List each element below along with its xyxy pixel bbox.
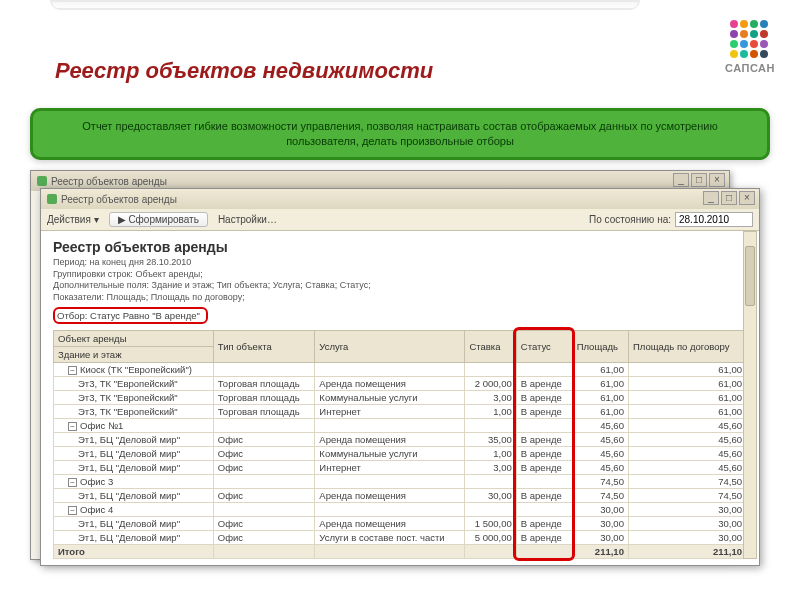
maximize-button[interactable]: □ bbox=[721, 191, 737, 205]
report-heading: Реестр объектов аренды bbox=[53, 239, 747, 255]
vertical-scrollbar[interactable] bbox=[743, 231, 757, 559]
report-indicators: Показатели: Площадь; Площадь по договору… bbox=[53, 292, 747, 304]
table-row[interactable]: Эт3, ТК "Европейский"Торговая площадьКом… bbox=[54, 390, 747, 404]
generate-button[interactable]: ▶ Сформировать bbox=[109, 212, 208, 227]
filter-value: Статус Равно "В аренде" bbox=[90, 310, 200, 321]
table-row[interactable]: Эт1, БЦ "Деловой мир"ОфисАренда помещени… bbox=[54, 488, 747, 502]
report-extra-fields: Дополнительные поля: Здание и этаж; Тип … bbox=[53, 280, 747, 292]
table-row[interactable]: −Офис 430,0030,00 bbox=[54, 502, 747, 516]
table-row[interactable]: Эт1, БЦ "Деловой мир"ОфисАренда помещени… bbox=[54, 432, 747, 446]
col-area[interactable]: Площадь bbox=[572, 330, 628, 362]
filter-label: Отбор: bbox=[57, 310, 87, 321]
report-grid: Объект аренды Тип объекта Услуга Ставка … bbox=[53, 330, 747, 559]
col-status[interactable]: Статус bbox=[516, 330, 572, 362]
table-row[interactable]: −Офис №145,6045,60 bbox=[54, 418, 747, 432]
filter-highlight: Отбор: Статус Равно "В аренде" bbox=[53, 307, 208, 324]
window-title: Реестр объектов аренды bbox=[61, 194, 177, 205]
table-row[interactable]: Эт3, ТК "Европейский"Торговая площадьИнт… bbox=[54, 404, 747, 418]
date-label: По состоянию на: bbox=[589, 214, 671, 225]
scrollbar-thumb[interactable] bbox=[745, 246, 755, 306]
app-icon bbox=[37, 176, 47, 186]
close-button[interactable]: × bbox=[709, 173, 725, 187]
col-object[interactable]: Объект аренды bbox=[54, 330, 214, 346]
table-row[interactable]: Эт1, БЦ "Деловой мир"ОфисУслуги в состав… bbox=[54, 530, 747, 544]
tree-toggle[interactable]: − bbox=[68, 366, 77, 375]
maximize-button[interactable]: □ bbox=[691, 173, 707, 187]
slide-title: Реестр объектов недвижимости bbox=[55, 58, 433, 84]
actions-menu[interactable]: Действия ▾ bbox=[47, 214, 99, 225]
toolbar: Действия ▾ ▶ Сформировать Настройки… По … bbox=[41, 209, 759, 231]
tree-toggle[interactable]: − bbox=[68, 478, 77, 487]
brand-name: САПСАН bbox=[725, 62, 775, 74]
minimize-button[interactable]: _ bbox=[673, 173, 689, 187]
bg-window-title: Реестр объектов аренды bbox=[51, 176, 167, 187]
tree-toggle[interactable]: − bbox=[68, 422, 77, 431]
minimize-button[interactable]: _ bbox=[703, 191, 719, 205]
tree-toggle[interactable]: − bbox=[68, 506, 77, 515]
close-button[interactable]: × bbox=[739, 191, 755, 205]
table-row[interactable]: Эт1, БЦ "Деловой мир"ОфисИнтернет3,00В а… bbox=[54, 460, 747, 474]
table-row[interactable]: Итого211,10211,10 bbox=[54, 544, 747, 558]
foreground-window: Реестр объектов аренды _ □ × Действия ▾ … bbox=[40, 188, 760, 566]
table-row[interactable]: Эт1, БЦ "Деловой мир"ОфисКоммунальные ус… bbox=[54, 446, 747, 460]
table-row[interactable]: Эт3, ТК "Европейский"Торговая площадьАре… bbox=[54, 376, 747, 390]
table-row[interactable]: Эт1, БЦ "Деловой мир"ОфисАренда помещени… bbox=[54, 516, 747, 530]
report-period: Период: на конец дня 28.10.2010 bbox=[53, 257, 747, 269]
table-row[interactable]: −Киоск (ТК "Европейский")61,0061,00 bbox=[54, 362, 747, 376]
col-area-contract[interactable]: Площадь по договору bbox=[628, 330, 746, 362]
app-icon bbox=[47, 194, 57, 204]
generate-button-label: Сформировать bbox=[128, 214, 199, 225]
col-rate[interactable]: Ставка bbox=[465, 330, 516, 362]
settings-menu[interactable]: Настройки… bbox=[218, 214, 277, 225]
col-service[interactable]: Услуга bbox=[315, 330, 465, 362]
report-grouping: Группировки строк: Объект аренды; bbox=[53, 269, 747, 281]
report-body: Реестр объектов аренды Период: на конец … bbox=[41, 231, 759, 565]
col-building-floor[interactable]: Здание и этаж bbox=[54, 346, 214, 362]
description-banner: Отчет предоставляет гибкие возможности у… bbox=[30, 108, 770, 160]
window-titlebar[interactable]: Реестр объектов аренды _ □ × bbox=[41, 189, 759, 209]
brand-logo: САПСАН bbox=[725, 20, 775, 74]
date-input[interactable] bbox=[675, 212, 753, 227]
table-row[interactable]: −Офис 374,5074,50 bbox=[54, 474, 747, 488]
col-type[interactable]: Тип объекта bbox=[213, 330, 315, 362]
decor-top-bar bbox=[0, 0, 800, 28]
